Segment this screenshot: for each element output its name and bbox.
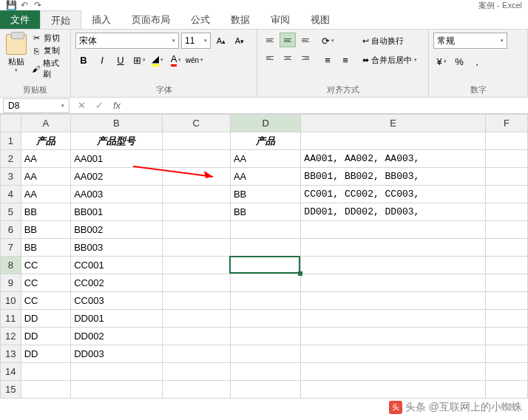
cell-D2[interactable]: AA — [230, 150, 300, 168]
cell-F5[interactable] — [485, 203, 527, 221]
cell-D5[interactable]: BB — [230, 203, 300, 221]
cell-E4[interactable]: CC001, CC002, CC003, — [301, 186, 486, 203]
cell-C7[interactable] — [162, 239, 230, 257]
cell-A14[interactable] — [21, 363, 71, 381]
cell-F13[interactable] — [485, 345, 527, 363]
cell-D8[interactable] — [230, 257, 300, 274]
cell-E14[interactable] — [301, 363, 486, 381]
row-header-3[interactable]: 3 — [1, 168, 21, 186]
enter-icon[interactable]: ✓ — [90, 100, 108, 111]
row-header-8[interactable]: 8 — [1, 257, 21, 274]
cell-B2[interactable]: AA001 — [71, 150, 162, 168]
increase-indent-button[interactable]: ≡ — [337, 52, 353, 68]
cell-D15[interactable] — [230, 381, 300, 399]
cell-F12[interactable] — [485, 328, 527, 345]
cell-F10[interactable] — [485, 292, 527, 310]
column-header-E[interactable]: E — [301, 115, 486, 132]
row-header-4[interactable]: 4 — [1, 186, 21, 203]
align-middle-button[interactable] — [280, 33, 296, 47]
cell-A7[interactable]: BB — [21, 239, 71, 257]
cell-B4[interactable]: AA003 — [71, 186, 162, 203]
cell-E15[interactable] — [301, 381, 486, 399]
redo-icon[interactable]: ↷ — [33, 0, 43, 10]
column-header-A[interactable]: A — [21, 115, 71, 132]
cell-D14[interactable] — [230, 363, 300, 381]
cell-E8[interactable] — [301, 257, 486, 274]
cell-F8[interactable] — [485, 257, 527, 274]
cell-C1[interactable] — [162, 132, 230, 150]
phonetic-button[interactable]: wén — [186, 52, 203, 68]
cell-E10[interactable] — [301, 292, 486, 310]
tab-home[interactable]: 开始 — [40, 10, 81, 29]
cell-E5[interactable]: DD001, DD002, DD003, — [301, 203, 486, 221]
worksheet-grid[interactable]: ABCDEF1产品产品型号产品2AAAA001AAAA001, AA002, A… — [0, 114, 528, 399]
cell-E13[interactable] — [301, 345, 486, 363]
row-header-14[interactable]: 14 — [1, 363, 21, 381]
column-header-D[interactable]: D — [230, 115, 300, 132]
increase-font-button[interactable]: A▴ — [213, 33, 229, 49]
fx-icon[interactable]: fx — [108, 100, 126, 111]
format-painter-button[interactable]: 🖌格式刷 — [31, 58, 66, 80]
cell-C10[interactable] — [162, 292, 230, 310]
cell-F1[interactable] — [485, 132, 527, 150]
row-header-13[interactable]: 13 — [1, 345, 21, 363]
cell-E7[interactable] — [301, 239, 486, 257]
cell-A3[interactable]: AA — [21, 168, 71, 186]
cell-E6[interactable] — [301, 221, 486, 239]
cell-E1[interactable] — [301, 132, 486, 150]
cell-A10[interactable]: CC — [21, 292, 71, 310]
cell-F11[interactable] — [485, 310, 527, 328]
undo-icon[interactable]: ↶ — [19, 0, 30, 10]
cell-A9[interactable]: CC — [21, 274, 71, 292]
wrap-text-button[interactable]: ↩自动换行 — [362, 33, 417, 49]
row-header-9[interactable]: 9 — [1, 274, 21, 292]
cell-C6[interactable] — [162, 221, 230, 239]
cell-B1[interactable]: 产品型号 — [71, 132, 162, 150]
cell-F4[interactable] — [485, 186, 527, 203]
cell-B8[interactable]: CC001 — [71, 257, 162, 274]
cell-F7[interactable] — [485, 239, 527, 257]
name-box[interactable]: D8▾ — [3, 98, 70, 113]
cell-C3[interactable] — [162, 168, 230, 186]
font-color-button[interactable]: A — [168, 52, 184, 68]
cell-E3[interactable]: BB001, BB002, BB003, — [301, 168, 486, 186]
cell-B5[interactable]: BB001 — [71, 203, 162, 221]
cell-C4[interactable] — [162, 186, 230, 203]
select-all-corner[interactable] — [1, 115, 21, 132]
cell-D6[interactable] — [230, 221, 300, 239]
underline-button[interactable]: U — [112, 52, 129, 68]
cell-D12[interactable] — [230, 328, 300, 345]
border-button[interactable]: ⊞ — [131, 52, 147, 68]
cell-C8[interactable] — [162, 257, 230, 274]
row-header-6[interactable]: 6 — [1, 221, 21, 239]
align-left-button[interactable] — [262, 50, 278, 65]
cell-C11[interactable] — [162, 310, 230, 328]
align-bottom-button[interactable] — [297, 33, 314, 47]
font-name-select[interactable]: 宋体▾ — [75, 33, 179, 49]
cell-F6[interactable] — [485, 221, 527, 239]
cell-A12[interactable]: DD — [21, 328, 71, 345]
fill-color-button[interactable]: ◢ — [149, 52, 166, 68]
cell-D1[interactable]: 产品 — [230, 132, 300, 150]
cell-B13[interactable]: DD003 — [71, 345, 162, 363]
cell-A13[interactable]: DD — [21, 345, 71, 363]
cell-B12[interactable]: DD002 — [71, 328, 162, 345]
cell-D9[interactable] — [230, 274, 300, 292]
formula-input[interactable] — [126, 98, 528, 113]
cell-F9[interactable] — [485, 274, 527, 292]
cell-E2[interactable]: AA001, AA002, AA003, — [301, 150, 486, 168]
cell-C9[interactable] — [162, 274, 230, 292]
fill-handle[interactable] — [298, 271, 302, 276]
cell-F2[interactable] — [485, 150, 527, 168]
row-header-11[interactable]: 11 — [1, 310, 21, 328]
cancel-icon[interactable]: ✕ — [72, 100, 90, 111]
decrease-indent-button[interactable]: ≡ — [319, 52, 336, 68]
cell-F3[interactable] — [485, 168, 527, 186]
paste-button[interactable]: 粘贴 ▾ — [4, 33, 28, 75]
accounting-format-button[interactable]: ¥ — [433, 53, 450, 70]
row-header-12[interactable]: 12 — [1, 328, 21, 345]
cell-F15[interactable] — [485, 381, 527, 399]
tab-review[interactable]: 审阅 — [260, 10, 300, 29]
number-format-select[interactable]: 常规▾ — [433, 33, 507, 49]
cell-D10[interactable] — [230, 292, 300, 310]
